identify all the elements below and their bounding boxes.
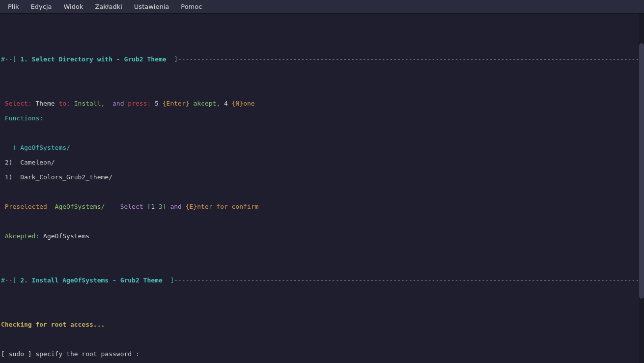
menu-help[interactable]: Pomoc — [175, 3, 208, 10]
option-2: 2) Cameleon/ — [1, 159, 643, 166]
menu-settings[interactable]: Ustawienia — [128, 3, 175, 10]
scrollbar-thumb[interactable] — [639, 43, 644, 299]
prompt-line: Select: Theme to: Install, and press: 5 … — [1, 100, 643, 107]
sudo-prompt-1: [ sudo ] specify the root password : — [1, 350, 643, 358]
section-header-1: #--[ 1. Select Directory with - Grub2 Th… — [1, 56, 643, 63]
menu-bookmarks[interactable]: Zakładki — [89, 3, 128, 10]
scrollbar[interactable] — [639, 14, 644, 363]
option-1: ) AgeOfSystems/ — [1, 144, 643, 151]
terminal-output[interactable]: #--[ 1. Select Directory with - Grub2 Th… — [0, 14, 644, 363]
accepted-line: Akcepted: AgeOfSystems — [1, 232, 643, 240]
functions-label: Functions: — [1, 114, 643, 122]
menu-edit[interactable]: Edycja — [25, 3, 58, 10]
section-header-2: #--[ 2. Install AgeOfSystems - Grub2 The… — [1, 277, 643, 284]
preselected-line: Preselected AgeOfSystems/ Select [1-3] a… — [1, 203, 643, 210]
menu-file[interactable]: Plik — [2, 3, 25, 10]
option-3: 1) Dark_Colors_Grub2_theme/ — [1, 173, 643, 181]
menu-bar: Plik Edycja Widok Zakładki Ustawienia Po… — [0, 0, 644, 14]
menu-view[interactable]: Widok — [57, 3, 89, 10]
checking-root-1: Checking for root access... — [1, 321, 643, 328]
